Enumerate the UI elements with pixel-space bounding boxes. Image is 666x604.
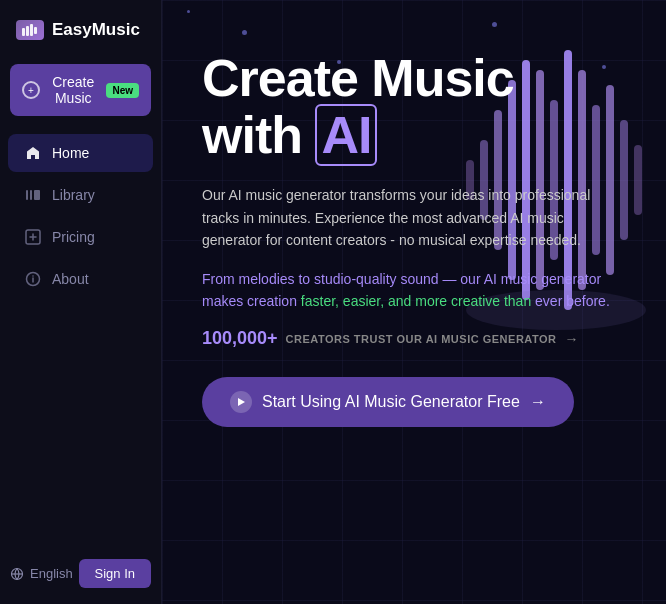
trust-arrow: → bbox=[564, 331, 578, 347]
new-badge: New bbox=[106, 83, 139, 98]
gradient-description: From melodies to studio-quality sound — … bbox=[202, 268, 622, 313]
svg-rect-5 bbox=[30, 190, 32, 200]
content-area: Create Music with AI Our AI music genera… bbox=[162, 0, 666, 467]
sign-in-button[interactable]: Sign In bbox=[79, 559, 151, 588]
about-icon bbox=[24, 270, 42, 288]
main-description: Our AI music generator transforms your i… bbox=[202, 184, 622, 251]
svg-marker-25 bbox=[238, 398, 245, 406]
library-icon bbox=[24, 186, 42, 204]
play-triangle bbox=[236, 397, 246, 407]
home-icon bbox=[24, 144, 42, 162]
sidebar-item-home-label: Home bbox=[52, 145, 89, 161]
sidebar-item-pricing[interactable]: Pricing bbox=[8, 218, 153, 256]
main-content: Create Music with AI Our AI music genera… bbox=[162, 0, 666, 604]
svg-rect-4 bbox=[26, 190, 28, 200]
sidebar-item-pricing-label: Pricing bbox=[52, 229, 95, 245]
cta-button[interactable]: Start Using AI Music Generator Free → bbox=[202, 377, 574, 427]
language-button[interactable]: English bbox=[10, 566, 73, 581]
svg-rect-2 bbox=[30, 24, 33, 36]
svg-point-9 bbox=[32, 275, 34, 277]
play-icon bbox=[230, 391, 252, 413]
sidebar-item-home[interactable]: Home bbox=[8, 134, 153, 172]
sign-in-label: Sign In bbox=[95, 566, 135, 581]
logo-text: EasyMusic bbox=[52, 20, 140, 40]
svg-rect-6 bbox=[34, 190, 40, 200]
cta-arrow: → bbox=[530, 393, 546, 411]
plus-icon: + bbox=[22, 81, 40, 99]
title-highlight: AI bbox=[315, 104, 377, 166]
trust-number: 100,000+ bbox=[202, 328, 278, 349]
trust-badge: 100,000+ CREATORS TRUST OUR AI MUSIC GEN… bbox=[202, 328, 626, 349]
sidebar-item-about[interactable]: About bbox=[8, 260, 153, 298]
main-title: Create Music with AI bbox=[202, 50, 626, 164]
globe-icon bbox=[10, 567, 24, 581]
sidebar-item-library[interactable]: Library bbox=[8, 176, 153, 214]
sidebar-item-library-label: Library bbox=[52, 187, 95, 203]
logo: EasyMusic bbox=[0, 0, 161, 56]
trust-label: CREATORS TRUST OUR AI MUSIC GENERATOR bbox=[286, 333, 557, 345]
sidebar-item-about-label: About bbox=[52, 271, 89, 287]
language-label: English bbox=[30, 566, 73, 581]
logo-icon bbox=[16, 20, 44, 40]
svg-rect-1 bbox=[26, 26, 29, 36]
svg-rect-3 bbox=[34, 27, 37, 34]
create-music-label: Create Music bbox=[48, 74, 98, 106]
svg-rect-0 bbox=[22, 28, 25, 36]
gradient-text-content: From melodies to studio-quality sound — … bbox=[202, 271, 610, 309]
create-music-button[interactable]: + Create Music New bbox=[10, 64, 151, 116]
sidebar-bottom: English Sign In bbox=[0, 543, 161, 604]
cta-label: Start Using AI Music Generator Free bbox=[262, 393, 520, 411]
sidebar: EasyMusic + Create Music New Home Librar… bbox=[0, 0, 162, 604]
pricing-icon bbox=[24, 228, 42, 246]
